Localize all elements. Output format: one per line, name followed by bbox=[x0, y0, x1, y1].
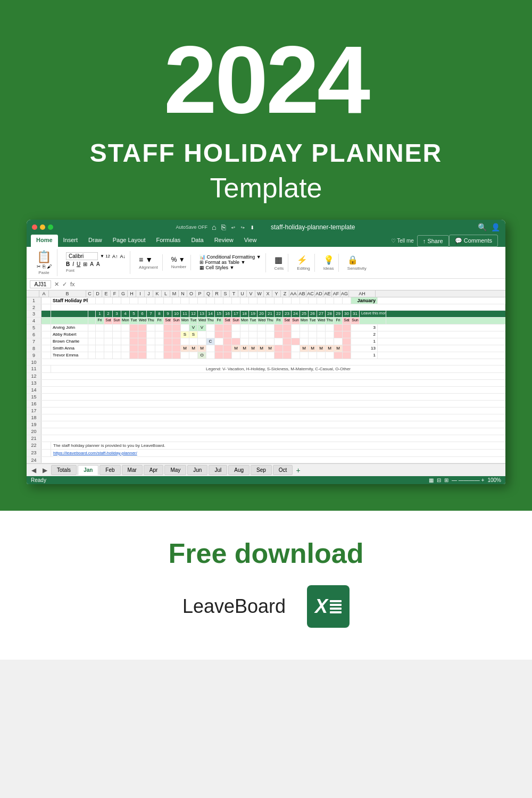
y7[interactable] bbox=[275, 338, 283, 345]
j6[interactable] bbox=[147, 331, 155, 338]
h5-sat[interactable] bbox=[130, 325, 138, 331]
ag5-sun[interactable] bbox=[343, 325, 351, 331]
u6[interactable] bbox=[240, 331, 249, 338]
underline-button[interactable]: U bbox=[77, 261, 80, 267]
j5[interactable] bbox=[147, 325, 155, 331]
tab-review[interactable]: Review bbox=[209, 235, 239, 247]
k6[interactable] bbox=[155, 331, 164, 338]
v5[interactable] bbox=[249, 325, 257, 331]
p8-m[interactable]: M bbox=[198, 345, 206, 352]
cond-formatting-btn[interactable]: 📊 Conditional Formatting ▼ bbox=[200, 254, 261, 260]
g6[interactable] bbox=[121, 331, 130, 338]
d6[interactable] bbox=[96, 331, 104, 338]
ab8-m[interactable]: M bbox=[300, 345, 309, 352]
z9-sun[interactable] bbox=[283, 352, 292, 359]
n7[interactable] bbox=[181, 338, 189, 345]
v8-m[interactable]: M bbox=[249, 345, 257, 352]
n6-s[interactable]: S bbox=[181, 331, 189, 338]
j7[interactable] bbox=[147, 338, 155, 345]
increase-font-icon[interactable]: A↑ bbox=[112, 254, 118, 259]
l7-sat[interactable] bbox=[164, 338, 172, 345]
x9[interactable] bbox=[266, 352, 275, 359]
r5-sat[interactable] bbox=[215, 325, 223, 331]
z8-sun[interactable] bbox=[283, 345, 292, 352]
o6-s[interactable]: S bbox=[189, 331, 198, 338]
ab9[interactable] bbox=[300, 352, 309, 359]
g8[interactable] bbox=[121, 345, 130, 352]
i8-sun[interactable] bbox=[138, 345, 147, 352]
y9-sat[interactable] bbox=[275, 352, 283, 359]
sheet-tab-feb[interactable]: Feb bbox=[99, 465, 120, 475]
cell-reference[interactable]: AJ31 bbox=[30, 280, 51, 288]
u7[interactable] bbox=[240, 338, 249, 345]
ab5[interactable] bbox=[300, 325, 309, 331]
aa8[interactable] bbox=[292, 345, 300, 352]
n8-m[interactable]: M bbox=[181, 345, 189, 352]
s6-sun[interactable] bbox=[223, 331, 232, 338]
ae7[interactable] bbox=[326, 338, 334, 345]
minimize-dot[interactable] bbox=[40, 225, 45, 230]
ac8-m[interactable]: M bbox=[309, 345, 317, 352]
e6[interactable] bbox=[104, 331, 113, 338]
decrease-font-icon[interactable]: A↓ bbox=[120, 254, 126, 259]
comments-button[interactable]: 💬 Comments bbox=[449, 235, 498, 247]
u9[interactable] bbox=[240, 352, 249, 359]
s9-sun[interactable] bbox=[223, 352, 232, 359]
d8[interactable] bbox=[96, 345, 104, 352]
tab-data[interactable]: Data bbox=[186, 235, 209, 247]
o5-v[interactable]: V bbox=[189, 325, 198, 331]
ag6-sun[interactable] bbox=[343, 331, 351, 338]
w5[interactable] bbox=[257, 325, 266, 331]
m9-sun[interactable] bbox=[172, 352, 181, 359]
e8[interactable] bbox=[104, 345, 113, 352]
j9[interactable] bbox=[147, 352, 155, 359]
w6[interactable] bbox=[257, 331, 266, 338]
h6-sat[interactable] bbox=[130, 331, 138, 338]
y6-sat[interactable] bbox=[275, 331, 283, 338]
t8-m[interactable]: M bbox=[232, 345, 240, 352]
o7[interactable] bbox=[189, 338, 198, 345]
cancel-icon[interactable]: ✕ bbox=[54, 281, 59, 288]
h9-sat[interactable] bbox=[130, 352, 138, 359]
tab-draw[interactable]: Draw bbox=[83, 235, 107, 247]
sheet-tab-jun[interactable]: Jun bbox=[187, 465, 207, 475]
aa5[interactable] bbox=[292, 325, 300, 331]
l8-sat[interactable] bbox=[164, 345, 172, 352]
n5[interactable] bbox=[181, 325, 189, 331]
ad9[interactable] bbox=[317, 352, 326, 359]
i6-sun[interactable] bbox=[138, 331, 147, 338]
m6-sun[interactable] bbox=[172, 331, 181, 338]
f8[interactable] bbox=[113, 345, 121, 352]
sheet-tab-may[interactable]: May bbox=[164, 465, 186, 475]
add-sheet-button[interactable]: + bbox=[296, 466, 300, 475]
ae9[interactable] bbox=[326, 352, 334, 359]
formula-input[interactable] bbox=[78, 281, 502, 287]
u5[interactable] bbox=[240, 325, 249, 331]
af7[interactable] bbox=[334, 338, 343, 345]
tab-view[interactable]: View bbox=[239, 235, 262, 247]
cell-styles-btn[interactable]: ▦ Cell Styles ▼ bbox=[200, 265, 261, 270]
sheet-tab-mar[interactable]: Mar bbox=[122, 465, 143, 475]
borders-button[interactable]: ⊞ bbox=[83, 261, 87, 267]
i9-sun[interactable] bbox=[138, 352, 147, 359]
af6-sat[interactable] bbox=[334, 331, 343, 338]
view-normal-icon[interactable]: ▦ bbox=[429, 477, 434, 483]
e7[interactable] bbox=[104, 338, 113, 345]
h7-sat[interactable] bbox=[130, 338, 138, 345]
k5[interactable] bbox=[155, 325, 164, 331]
z5-sun[interactable] bbox=[283, 325, 292, 331]
ab6[interactable] bbox=[300, 331, 309, 338]
ae8-m[interactable]: M bbox=[326, 345, 334, 352]
k7[interactable] bbox=[155, 338, 164, 345]
tab-insert[interactable]: Insert bbox=[58, 235, 84, 247]
tab-home[interactable]: Home bbox=[31, 235, 58, 247]
k9[interactable] bbox=[155, 352, 164, 359]
p5-v[interactable]: V bbox=[198, 325, 206, 331]
p9-o[interactable]: O bbox=[198, 352, 206, 359]
ad8-m[interactable]: M bbox=[317, 345, 326, 352]
i7-sun[interactable] bbox=[138, 338, 147, 345]
r9-sat[interactable] bbox=[215, 352, 223, 359]
ac9[interactable] bbox=[309, 352, 317, 359]
ae6[interactable] bbox=[326, 331, 334, 338]
font-name-select[interactable]: Calibri bbox=[66, 252, 98, 260]
